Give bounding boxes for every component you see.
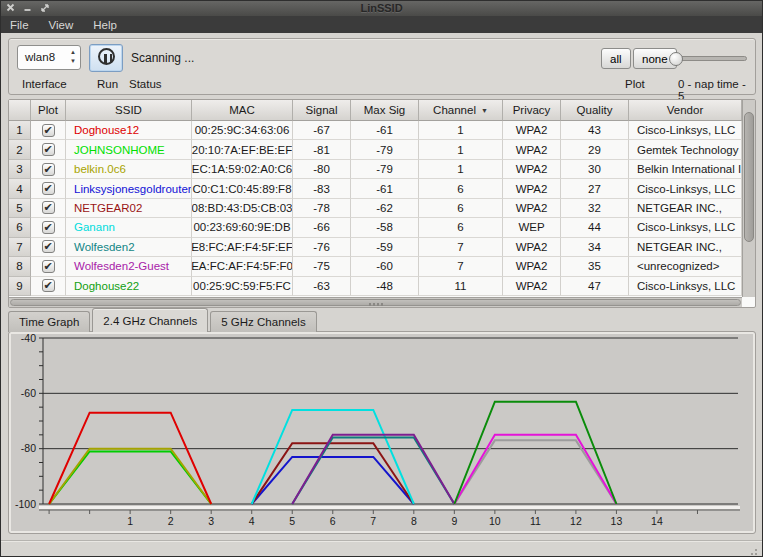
cell-ssid: Doghouse12 bbox=[66, 121, 192, 140]
plot-checkbox-cell[interactable]: ✔ bbox=[31, 179, 66, 198]
resize-grip-icon[interactable] bbox=[750, 546, 759, 555]
plot-checkbox[interactable]: ✔ bbox=[42, 240, 55, 253]
horizontal-scrollbar-thumb[interactable] bbox=[10, 299, 741, 306]
tab-5-ghz-channels[interactable]: 5 GHz Channels bbox=[210, 311, 316, 332]
plot-checkbox[interactable]: ✔ bbox=[42, 143, 55, 156]
table-row[interactable]: 5✔NETGEAR0208:BD:43:D5:CB:03-78-626WPA23… bbox=[9, 199, 742, 218]
column-header-privacy[interactable]: Privacy bbox=[503, 100, 561, 121]
maximize-icon[interactable] bbox=[40, 3, 50, 13]
cell-signal: -76 bbox=[293, 238, 351, 257]
horizontal-scrollbar[interactable] bbox=[9, 297, 742, 307]
plot-checkbox-cell[interactable]: ✔ bbox=[31, 121, 66, 140]
column-header-mac[interactable]: MAC bbox=[192, 100, 293, 121]
plot-checkbox-cell[interactable]: ✔ bbox=[31, 199, 66, 218]
tab-time-graph[interactable]: Time Graph bbox=[8, 311, 90, 332]
close-icon[interactable] bbox=[6, 3, 15, 13]
run-pause-button[interactable] bbox=[89, 44, 123, 72]
column-header-rownum[interactable] bbox=[9, 100, 31, 121]
column-header-ssid[interactable]: SSID bbox=[66, 100, 192, 121]
table-row[interactable]: 7✔Wolfesden2E8:FC:AF:F4:5F:EF-76-597WPA2… bbox=[9, 238, 742, 257]
column-header-plot[interactable]: Plot bbox=[31, 100, 66, 121]
table-row[interactable]: 6✔Ganann00:23:69:60:9E:DB-66-586WEP44Cis… bbox=[9, 218, 742, 237]
naptime-slider[interactable] bbox=[670, 56, 747, 61]
tick-label: 11 bbox=[530, 515, 541, 527]
cell-channel: 6 bbox=[419, 199, 503, 218]
cell-privacy: WPA2 bbox=[503, 140, 561, 159]
column-header-quality[interactable]: Quality bbox=[561, 100, 629, 121]
menu-file[interactable]: File bbox=[10, 19, 29, 31]
cell-signal: -63 bbox=[293, 277, 351, 296]
interface-select[interactable]: wlan8 ▲▼ bbox=[17, 45, 81, 70]
plot-checkbox[interactable]: ✔ bbox=[42, 201, 55, 214]
plot-checkbox[interactable]: ✔ bbox=[42, 279, 55, 292]
statusbar bbox=[1, 540, 762, 557]
plot-checkbox-cell[interactable]: ✔ bbox=[31, 277, 66, 296]
cell-max_sig: -61 bbox=[351, 121, 419, 140]
cell-signal: -80 bbox=[293, 160, 351, 179]
cell-max_sig: -48 bbox=[351, 277, 419, 296]
plot-checkbox-cell[interactable]: ✔ bbox=[31, 257, 66, 276]
column-header-channel[interactable]: Channel▼ bbox=[419, 100, 503, 121]
plot-checkbox[interactable]: ✔ bbox=[42, 124, 55, 137]
tick-label: 2 bbox=[168, 515, 174, 527]
cell-vendor: <unrecognized> bbox=[629, 257, 742, 276]
cell-vendor: Cisco-Linksys, LLC bbox=[629, 277, 742, 296]
cell-vendor: NETGEAR INC., bbox=[629, 199, 742, 218]
cell-vendor: Gemtek Technology C... bbox=[629, 140, 742, 159]
table-row[interactable]: 8✔Wolfesden2-GuestEA:FC:AF:F4:5F:F0-75-6… bbox=[9, 257, 742, 276]
plot-checkbox-cell[interactable]: ✔ bbox=[31, 160, 66, 179]
vertical-scrollbar-thumb[interactable] bbox=[744, 112, 754, 242]
tick-label: -40 bbox=[21, 333, 36, 344]
cell-mac: 00:25:9C:34:63:06 bbox=[192, 121, 293, 140]
tick-label: 13 bbox=[611, 515, 623, 527]
cell-channel: 1 bbox=[419, 121, 503, 140]
vertical-scrollbar[interactable] bbox=[742, 100, 755, 297]
channels-24ghz-chart: -40-60-80-1001234567891011121314 bbox=[10, 333, 754, 532]
signal-curve-unidentified-gray bbox=[454, 440, 616, 504]
networks-table: PlotSSIDMACSignalMax SigChannel▼PrivacyQ… bbox=[8, 99, 756, 308]
column-header-vendor[interactable]: Vendor bbox=[629, 100, 742, 121]
cell-ssid: NETGEAR02 bbox=[66, 199, 192, 218]
cell-mac: E8:FC:AF:F4:5F:EF bbox=[192, 238, 293, 257]
cell-privacy: WPA2 bbox=[503, 238, 561, 257]
minimize-icon[interactable] bbox=[23, 3, 32, 13]
tick-label: -60 bbox=[21, 387, 36, 399]
table-row[interactable]: 9✔Doghouse2200:25:9C:59:F5:FC-63-4811WPA… bbox=[9, 277, 742, 296]
signal-curve-linksysjonesgoldrouter bbox=[252, 457, 414, 504]
cell-max_sig: -59 bbox=[351, 238, 419, 257]
cell-signal: -75 bbox=[293, 257, 351, 276]
linssid-window: LinSSID File View Help wlan8 ▲▼ Scanning… bbox=[0, 0, 763, 557]
table-row[interactable]: 1✔Doghouse1200:25:9C:34:63:06-67-611WPA2… bbox=[9, 121, 742, 140]
menu-help[interactable]: Help bbox=[93, 19, 117, 31]
plot-checkbox[interactable]: ✔ bbox=[42, 163, 55, 176]
column-header-max-sig[interactable]: Max Sig bbox=[351, 100, 419, 121]
tick-label: 3 bbox=[208, 515, 214, 527]
plot-checkbox-cell[interactable]: ✔ bbox=[31, 218, 66, 237]
table-row[interactable]: 4✔LinksysjonesgoldrouterC0:C1:C0:45:89:F… bbox=[9, 179, 742, 198]
tick-label: -100 bbox=[15, 498, 36, 510]
row-number: 4 bbox=[9, 179, 31, 198]
plot-checkbox-cell[interactable]: ✔ bbox=[31, 140, 66, 159]
plot-checkbox[interactable]: ✔ bbox=[42, 260, 55, 273]
naptime-slider-handle[interactable] bbox=[669, 52, 683, 66]
column-header-signal[interactable]: Signal bbox=[293, 100, 351, 121]
plot-all-button[interactable]: all bbox=[601, 48, 631, 69]
spinner-arrows-icon[interactable]: ▲▼ bbox=[70, 48, 76, 66]
cell-quality: 27 bbox=[561, 179, 629, 198]
signal-curve-belkin-0c6 bbox=[49, 449, 211, 504]
tab-2-4-ghz-channels[interactable]: 2.4 GHz Channels bbox=[92, 308, 208, 332]
plot-checkbox[interactable]: ✔ bbox=[42, 182, 55, 195]
plot-checkbox[interactable]: ✔ bbox=[42, 221, 55, 234]
plot-checkbox-cell[interactable]: ✔ bbox=[31, 238, 66, 257]
table-row[interactable]: 3✔belkin.0c6EC:1A:59:02:A0:C6-80-791WPA2… bbox=[9, 160, 742, 179]
cell-channel: 1 bbox=[419, 140, 503, 159]
signal-curve-johnsonhome bbox=[49, 451, 211, 504]
cell-channel: 7 bbox=[419, 257, 503, 276]
tick-label: -80 bbox=[21, 442, 36, 454]
column-header-label: Channel bbox=[433, 104, 476, 116]
table-row[interactable]: 2✔JOHNSONHOME20:10:7A:EF:BE:EF-81-791WPA… bbox=[9, 140, 742, 159]
tick-label: 12 bbox=[570, 515, 582, 527]
menu-view[interactable]: View bbox=[49, 19, 74, 31]
cell-max_sig: -58 bbox=[351, 218, 419, 237]
column-header-label: Privacy bbox=[513, 104, 551, 116]
